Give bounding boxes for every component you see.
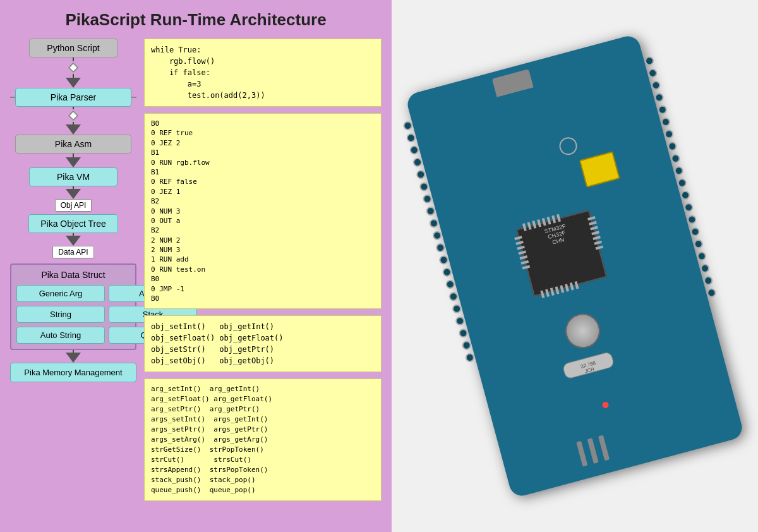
- chip-pin: [595, 245, 603, 250]
- data-item-4: Auto String: [16, 327, 105, 344]
- pin-hole: [455, 315, 466, 326]
- pin-hole: [425, 206, 436, 217]
- pin-hole: [680, 190, 690, 200]
- data-grid: Generic Arg Arg List String Stack Auto S…: [16, 285, 130, 344]
- chip-pin: [537, 219, 541, 227]
- pin-hole: [667, 141, 678, 152]
- pika-memory-box: Pika Memory Management: [10, 363, 136, 382]
- usb-connector: [492, 69, 534, 97]
- pin-hole: [442, 267, 452, 277]
- pin-hole: [683, 202, 694, 213]
- code-block-1: while True: rgb.flow() if false: a=3 tes…: [144, 39, 382, 107]
- chip-pin: [591, 231, 599, 235]
- pin-hole: [435, 243, 446, 253]
- pin-hole: [458, 328, 469, 339]
- power-led: [601, 401, 609, 409]
- board-container: STM32FCH32FCHN 32.768JCR: [423, 45, 726, 487]
- bottom-pins: [576, 435, 610, 467]
- chip-pin: [514, 236, 522, 240]
- crystal-oscillator: [562, 310, 604, 352]
- chip-pin: [518, 250, 526, 255]
- code-block-2: B0 0 REF true 0 JEZ 2 B1 0 RUN rgb.flow …: [144, 113, 382, 309]
- chip-pin: [540, 290, 544, 298]
- pin-row-left: [402, 120, 475, 363]
- chip-pin: [517, 246, 525, 250]
- pin-hole: [438, 255, 449, 265]
- code-block-3: obj_setInt() obj_getInt() obj_setFloat()…: [144, 315, 382, 372]
- crystal-label: 32.768JCR: [563, 352, 615, 379]
- right-panel: STM32FCH32FCHN 32.768JCR: [392, 0, 758, 532]
- chip-pin: [556, 214, 561, 222]
- pika-parser-box: Pika Parser: [15, 88, 131, 107]
- pin-hole: [657, 104, 668, 115]
- chip-pin: [551, 215, 556, 224]
- yellow-component: [579, 151, 620, 188]
- pin-hole: [690, 226, 701, 237]
- pin-hole: [670, 153, 681, 164]
- code-column: while True: rgb.flow() if false: a=3 tes…: [144, 39, 382, 501]
- pin-row-right: [644, 56, 716, 298]
- left-panel: PikaScript Run-Time Architecture Python …: [0, 0, 392, 532]
- chip-pin: [574, 281, 579, 289]
- pin-hole: [445, 279, 455, 289]
- obj-api-label: Obj API: [55, 199, 92, 212]
- bottom-pin: [587, 438, 599, 464]
- pin-hole: [464, 352, 475, 363]
- chip-pin: [560, 285, 564, 293]
- chip-pin: [522, 265, 531, 270]
- data-api-label: Data API: [52, 246, 93, 258]
- pin-hole: [461, 340, 472, 351]
- pin-hole: [660, 116, 671, 127]
- chip-pin: [570, 282, 574, 291]
- pika-object-tree-box: Pika Object Tree: [28, 214, 118, 233]
- pin-hole: [416, 169, 426, 180]
- pin-hole: [677, 178, 687, 188]
- bottom-pin: [576, 441, 587, 467]
- pin-hole: [703, 275, 714, 286]
- pin-hole: [644, 56, 654, 66]
- chip-pin: [547, 217, 551, 225]
- pin-hole: [412, 157, 423, 167]
- pin-hole: [693, 239, 704, 250]
- chip-pin: [565, 284, 569, 292]
- reset-button: [557, 135, 579, 157]
- chip-pin: [545, 289, 550, 297]
- chip-pin: [594, 241, 602, 245]
- pin-hole: [409, 145, 419, 155]
- pin-hole: [696, 251, 707, 262]
- page-title: PikaScript Run-Time Architecture: [10, 10, 382, 30]
- pin-hole: [647, 68, 658, 78]
- pika-data-struct-title: Pika Data Struct: [16, 270, 130, 280]
- pin-hole: [419, 181, 430, 192]
- pika-vm-box: Pika VM: [29, 167, 117, 186]
- stm32-board: STM32FCH32FCHN 32.768JCR: [405, 33, 745, 499]
- chip-pin: [519, 255, 527, 260]
- pika-data-struct-section: Pika Data Struct Generic Arg Arg List St…: [10, 263, 136, 350]
- data-item-2: String: [16, 306, 105, 323]
- python-script-box: Python Script: [29, 39, 117, 57]
- pin-hole: [428, 218, 439, 229]
- pin-hole: [699, 263, 710, 274]
- crystal-bar: 32.768JCR: [562, 351, 615, 380]
- chip-pin: [521, 260, 529, 265]
- chip-pin: [532, 221, 536, 229]
- chip-pin: [522, 223, 527, 231]
- pin-hole: [432, 230, 443, 241]
- chip-pin: [515, 241, 524, 245]
- pin-hole: [422, 193, 433, 204]
- pin-hole: [402, 120, 413, 131]
- chip-pins-bottom: [540, 281, 579, 298]
- pin-hole: [706, 287, 717, 298]
- pika-asm-box: Pika Asm: [15, 135, 131, 154]
- pin-hole: [448, 291, 459, 302]
- chip-pin: [542, 218, 546, 226]
- pin-hole: [452, 303, 462, 314]
- pin-hole: [673, 166, 684, 176]
- data-item-0: Generic Arg: [16, 285, 105, 302]
- stm32-chip: STM32FCH32FCHN: [516, 210, 607, 296]
- main-layout: Python Script Pika Parser: [10, 39, 382, 501]
- chip-pin: [590, 226, 598, 231]
- chip-pin: [550, 287, 555, 296]
- flow-column: Python Script Pika Parser: [10, 39, 136, 382]
- pin-hole: [687, 214, 697, 225]
